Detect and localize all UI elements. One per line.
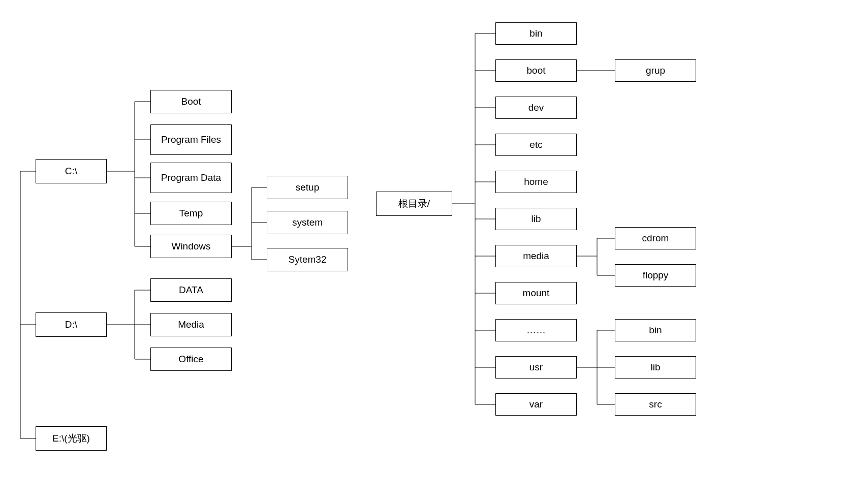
diagram-canvas: C:\ D:\ E:\(光驱) Boot Program Files Progr… <box>0 0 845 504</box>
connectors <box>0 0 845 504</box>
